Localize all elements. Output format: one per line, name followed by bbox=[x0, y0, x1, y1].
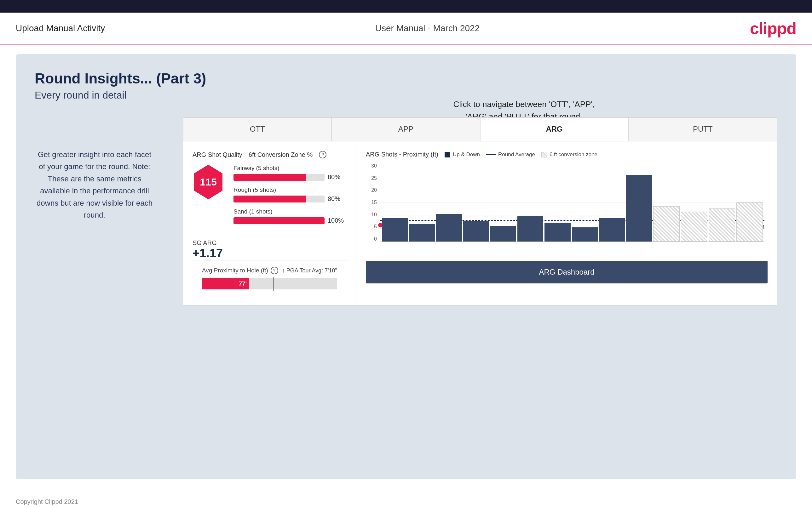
legend-dash-icon bbox=[486, 154, 496, 155]
left-panel: ARG Shot Quality 6ft Conversion Zone % ?… bbox=[183, 142, 356, 305]
panel-body: ARG Shot Quality 6ft Conversion Zone % ?… bbox=[183, 142, 777, 305]
hexagon-container: 115 Fairway (5 shots) 80% bbox=[193, 165, 347, 230]
legend-updown: Up & Down bbox=[445, 152, 480, 158]
chart-bar-large bbox=[626, 175, 652, 241]
proximity-label: Avg Proximity to Hole (ft) ? bbox=[202, 267, 278, 274]
main-content: Round Insights... (Part 3) Every round i… bbox=[16, 54, 796, 479]
chart-bar bbox=[436, 214, 462, 241]
legend-round-avg: Round Average bbox=[486, 152, 535, 158]
tab-ott[interactable]: OTT bbox=[183, 117, 332, 141]
chart-bar bbox=[517, 216, 543, 241]
bar-label-rough: Rough (5 shots) bbox=[234, 186, 347, 193]
logo: clippd bbox=[750, 19, 796, 38]
chart-inner: 8 bbox=[380, 163, 764, 242]
chart-bar bbox=[409, 224, 435, 241]
bar-pct-fairway: 80% bbox=[328, 173, 347, 181]
bar-row-sand: Sand (1 shots) 100% bbox=[234, 208, 347, 224]
bar-label-fairway: Fairway (5 shots) bbox=[234, 165, 347, 172]
chart-bar bbox=[382, 218, 408, 241]
arg-dashboard-button[interactable]: ARG Dashboard bbox=[366, 261, 768, 283]
tabs-container: OTT APP ARG PUTT bbox=[183, 117, 777, 142]
sg-section: SG ARG +1.17 bbox=[193, 239, 347, 260]
right-panel: ARG Shots - Proximity (ft) Up & Down Rou… bbox=[356, 142, 777, 305]
page-title: Round Insights... (Part 3) bbox=[35, 70, 777, 87]
shot-quality-label: ARG Shot Quality bbox=[193, 151, 242, 158]
cursor-line bbox=[273, 277, 273, 291]
bars-section: Fairway (5 shots) 80% bbox=[234, 165, 347, 230]
chart-bar bbox=[572, 227, 598, 241]
proximity-bar-track: 77' bbox=[202, 278, 337, 289]
chart-bar bbox=[545, 223, 570, 241]
chart-bar bbox=[463, 221, 489, 241]
proximity-section: Avg Proximity to Hole (ft) ? ↑ PGA Tour … bbox=[193, 260, 347, 296]
y-axis: 30 25 20 15 10 5 0 bbox=[366, 163, 378, 242]
sg-value: +1.17 bbox=[193, 246, 347, 260]
shot-quality-header: ARG Shot Quality 6ft Conversion Zone % ? bbox=[193, 151, 347, 158]
tab-arg[interactable]: ARG bbox=[480, 117, 628, 141]
tab-app[interactable]: APP bbox=[332, 117, 480, 141]
legend-hatched-icon bbox=[541, 152, 547, 158]
chart-bar-hatched bbox=[709, 209, 735, 241]
chart-area: 30 25 20 15 10 5 0 bbox=[366, 163, 768, 251]
question-icon[interactable]: ? bbox=[319, 151, 326, 158]
chart-bar-hatched bbox=[653, 206, 680, 241]
chart-bar-hatched bbox=[737, 203, 763, 242]
top-bar bbox=[0, 0, 812, 13]
proximity-header: Avg Proximity to Hole (ft) ? ↑ PGA Tour … bbox=[202, 267, 337, 274]
dashboard-panel: OTT APP ARG PUTT ARG Shot Quality 6ft Co… bbox=[183, 117, 777, 305]
upload-label: Upload Manual Activity bbox=[16, 23, 105, 34]
sg-label: SG ARG bbox=[193, 239, 347, 246]
legend-conversion: 6 ft conversion zone bbox=[541, 152, 597, 158]
chart-bar-hatched bbox=[681, 212, 707, 241]
chart-bar bbox=[599, 218, 625, 241]
pga-avg: ↑ PGA Tour Avg: 7'10" bbox=[282, 267, 337, 274]
bar-pct-sand: 100% bbox=[328, 217, 347, 224]
hex-score: 115 bbox=[193, 165, 224, 199]
doc-title: User Manual - March 2022 bbox=[375, 23, 479, 34]
footer: Copyright Clippd 2021 bbox=[0, 489, 812, 507]
bar-row-rough: Rough (5 shots) 80% bbox=[234, 186, 347, 203]
proximity-question-icon[interactable]: ? bbox=[271, 267, 278, 274]
bar-row-fairway: Fairway (5 shots) 80% bbox=[234, 165, 347, 181]
copyright: Copyright Clippd 2021 bbox=[16, 498, 78, 505]
legend-updown-icon bbox=[445, 152, 450, 158]
page-subtitle: Every round in detail bbox=[35, 90, 777, 101]
right-title: ARG Shots - Proximity (ft) bbox=[366, 151, 438, 158]
chart-bar bbox=[490, 226, 516, 241]
header: Upload Manual Activity User Manual - Mar… bbox=[0, 13, 812, 45]
bar-label-sand: Sand (1 shots) bbox=[234, 208, 347, 215]
conversion-label: 6ft Conversion Zone % bbox=[249, 151, 313, 158]
left-description: Get greater insight into each facet of y… bbox=[35, 149, 154, 221]
right-header: ARG Shots - Proximity (ft) Up & Down Rou… bbox=[366, 151, 768, 158]
tab-putt[interactable]: PUTT bbox=[628, 117, 777, 141]
proximity-value: 77' bbox=[239, 280, 247, 287]
bars-chart bbox=[380, 163, 764, 241]
bar-pct-rough: 80% bbox=[328, 195, 347, 203]
